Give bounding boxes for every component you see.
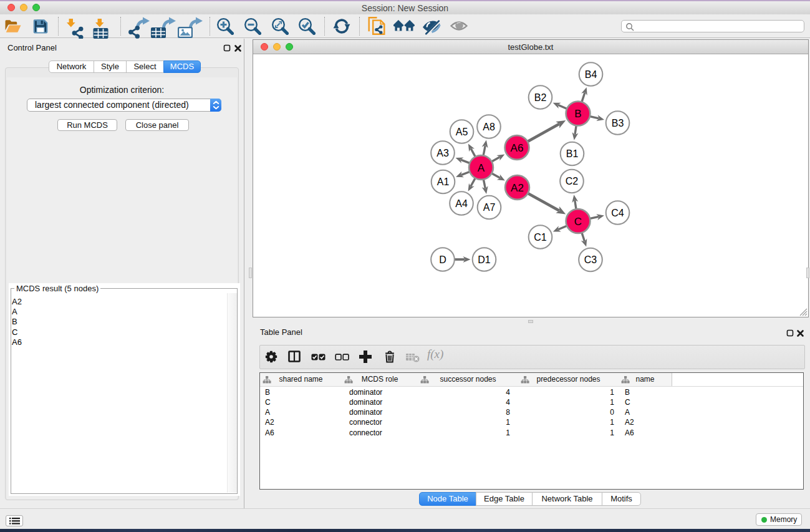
svg-text:C2: C2 bbox=[566, 176, 579, 186]
svg-text:B: B bbox=[574, 108, 581, 120]
svg-text:C: C bbox=[574, 215, 582, 227]
svg-text:D1: D1 bbox=[478, 254, 491, 264]
svg-text:C1: C1 bbox=[534, 231, 547, 242]
svg-text:B3: B3 bbox=[612, 117, 624, 128]
svg-text:A2: A2 bbox=[511, 181, 524, 193]
svg-text:C3: C3 bbox=[584, 254, 597, 265]
svg-text:A3: A3 bbox=[436, 147, 449, 158]
svg-text:B2: B2 bbox=[534, 92, 547, 102]
svg-text:A8: A8 bbox=[483, 121, 495, 132]
svg-text:C4: C4 bbox=[611, 207, 624, 218]
svg-text:A5: A5 bbox=[456, 126, 468, 137]
svg-text:A1: A1 bbox=[437, 177, 450, 187]
svg-text:A4: A4 bbox=[455, 198, 468, 208]
svg-text:A7: A7 bbox=[483, 202, 496, 213]
svg-text:D: D bbox=[439, 254, 446, 264]
svg-text:A6: A6 bbox=[511, 142, 524, 153]
svg-text:B4: B4 bbox=[585, 69, 597, 79]
svg-text:A: A bbox=[478, 162, 485, 173]
svg-text:B1: B1 bbox=[566, 148, 579, 159]
